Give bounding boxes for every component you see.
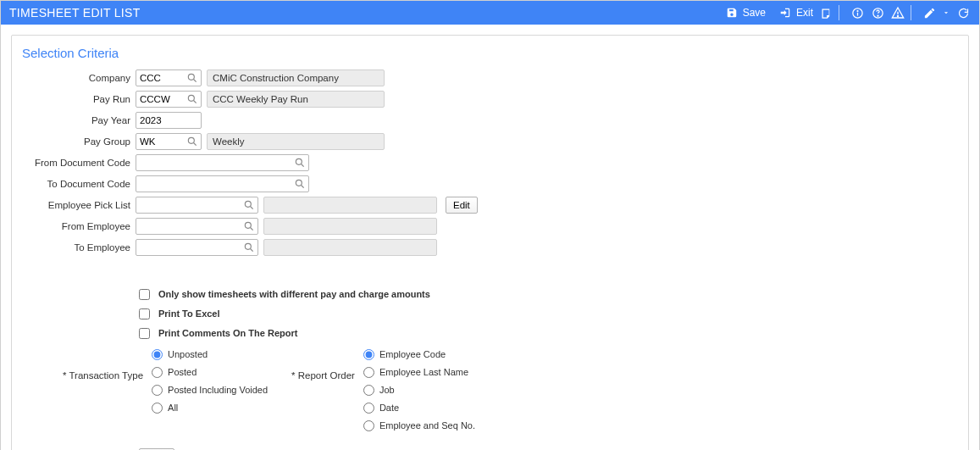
svg-point-7: [188, 74, 194, 80]
svg-point-17: [245, 201, 251, 207]
report-order-radio[interactable]: [363, 403, 374, 414]
checkbox-print-excel-label: Print To Excel: [158, 308, 220, 319]
from-emp-label: From Employee: [22, 221, 136, 231]
checkbox-diff-amounts-input[interactable]: [139, 289, 150, 300]
report-order-label: * Report Order: [291, 347, 355, 381]
company-field[interactable]: [136, 69, 202, 86]
search-icon[interactable]: [243, 199, 255, 211]
pay-year-input[interactable]: [136, 113, 197, 128]
exit-button[interactable]: Exit: [772, 5, 813, 20]
emp-pick-desc: [263, 197, 437, 214]
pay-group-input[interactable]: [136, 134, 185, 149]
svg-point-9: [188, 95, 194, 101]
checkbox-print-excel[interactable]: Print To Excel: [139, 305, 958, 322]
report-order-group: Employee CodeEmployee Last NameJobDateEm…: [355, 347, 475, 433]
alert-icon[interactable]: [890, 5, 905, 20]
transaction-type-radio[interactable]: [152, 349, 163, 360]
to-emp-field[interactable]: [136, 239, 258, 256]
to-emp-input[interactable]: [136, 240, 242, 255]
report-order-option[interactable]: Employee Code: [363, 347, 475, 362]
transaction-type-radio[interactable]: [152, 385, 163, 396]
transaction-type-option[interactable]: All: [152, 400, 268, 415]
from-doc-label: From Document Code: [22, 158, 136, 168]
from-emp-input[interactable]: [136, 219, 242, 234]
transaction-type-label: * Transaction Type: [63, 347, 143, 381]
search-icon[interactable]: [294, 178, 306, 190]
from-emp-desc: [263, 218, 437, 235]
help-icon[interactable]: [870, 5, 885, 20]
svg-point-2: [857, 10, 858, 11]
from-doc-field[interactable]: [136, 154, 309, 171]
checkbox-print-comments[interactable]: Print Comments On The Report: [139, 325, 958, 342]
report-order-radio[interactable]: [363, 349, 374, 360]
pay-group-desc: Weekly: [207, 133, 385, 150]
report-order-radio[interactable]: [363, 385, 374, 396]
transaction-type-option-label: Posted Including Voided: [168, 385, 268, 395]
transaction-type-option-label: Unposted: [168, 349, 208, 359]
report-order-option[interactable]: Employee and Seq No.: [363, 418, 475, 433]
svg-point-11: [188, 137, 194, 143]
emp-pick-field[interactable]: [136, 197, 258, 214]
svg-line-12: [194, 143, 197, 146]
content: Selection Criteria Company CMiC Construc…: [1, 25, 979, 450]
from-emp-field[interactable]: [136, 218, 258, 235]
to-doc-label: To Document Code: [22, 179, 136, 189]
refresh-icon[interactable]: [955, 5, 971, 20]
to-doc-input[interactable]: [136, 176, 293, 192]
divider: [839, 5, 839, 20]
company-input[interactable]: [136, 70, 185, 86]
pay-run-input[interactable]: [136, 92, 185, 107]
dropdown-icon[interactable]: [942, 5, 950, 20]
checkbox-diff-amounts[interactable]: Only show timesheets with different pay …: [139, 286, 958, 303]
report-order-option[interactable]: Employee Last Name: [363, 364, 475, 380]
pay-group-field[interactable]: [136, 133, 202, 150]
transaction-type-option[interactable]: Unposted: [152, 347, 268, 362]
pay-group-label: Pay Group: [22, 136, 136, 147]
svg-line-10: [194, 101, 197, 103]
report-order-radio[interactable]: [363, 367, 374, 378]
checkbox-print-excel-input[interactable]: [139, 308, 150, 319]
info-icon[interactable]: [850, 5, 865, 20]
to-emp-desc: [263, 239, 437, 256]
svg-line-22: [251, 249, 253, 252]
checkbox-print-comments-input[interactable]: [139, 328, 150, 339]
search-icon[interactable]: [186, 136, 198, 147]
search-icon[interactable]: [186, 72, 198, 84]
search-icon[interactable]: [243, 242, 255, 253]
pay-run-label: Pay Run: [22, 94, 136, 104]
search-icon[interactable]: [294, 157, 306, 169]
transaction-type-option[interactable]: Posted Including Voided: [152, 382, 268, 397]
edit-icon[interactable]: [922, 5, 937, 20]
window: TIMESHEET EDIT LIST Save Exit: [0, 0, 980, 450]
report-order-radio[interactable]: [363, 420, 374, 431]
checkbox-print-comments-label: Print Comments On The Report: [158, 328, 297, 338]
edit-button[interactable]: Edit: [446, 197, 478, 214]
emp-pick-input[interactable]: [136, 197, 242, 213]
pay-year-label: Pay Year: [22, 115, 136, 125]
from-doc-input[interactable]: [136, 155, 293, 170]
report-order-option-label: Date: [379, 403, 399, 413]
search-icon[interactable]: [186, 93, 198, 105]
transaction-type-option-label: All: [168, 403, 178, 413]
report-order-option-label: Job: [379, 385, 395, 395]
transaction-type-radio[interactable]: [152, 403, 163, 414]
window-title: TIMESHEET EDIT LIST: [9, 6, 141, 19]
svg-line-8: [194, 80, 197, 82]
report-order-option[interactable]: Job: [363, 382, 475, 397]
pay-run-field[interactable]: [136, 91, 202, 108]
pay-year-field[interactable]: [136, 112, 202, 129]
save-button[interactable]: Save: [719, 5, 766, 20]
svg-line-14: [302, 164, 304, 167]
report-order-option[interactable]: Date: [363, 400, 475, 415]
transaction-type-option[interactable]: Posted: [152, 364, 268, 380]
company-label: Company: [22, 73, 136, 83]
save-label: Save: [743, 7, 766, 19]
emp-pick-label: Employee Pick List: [22, 200, 136, 210]
search-icon[interactable]: [243, 220, 255, 232]
to-doc-field[interactable]: [136, 175, 309, 192]
svg-point-6: [897, 15, 898, 16]
transaction-type-radio[interactable]: [152, 367, 163, 378]
notes-icon[interactable]: [818, 5, 833, 20]
report-order-option-label: Employee Last Name: [379, 367, 468, 377]
svg-line-16: [302, 186, 304, 188]
